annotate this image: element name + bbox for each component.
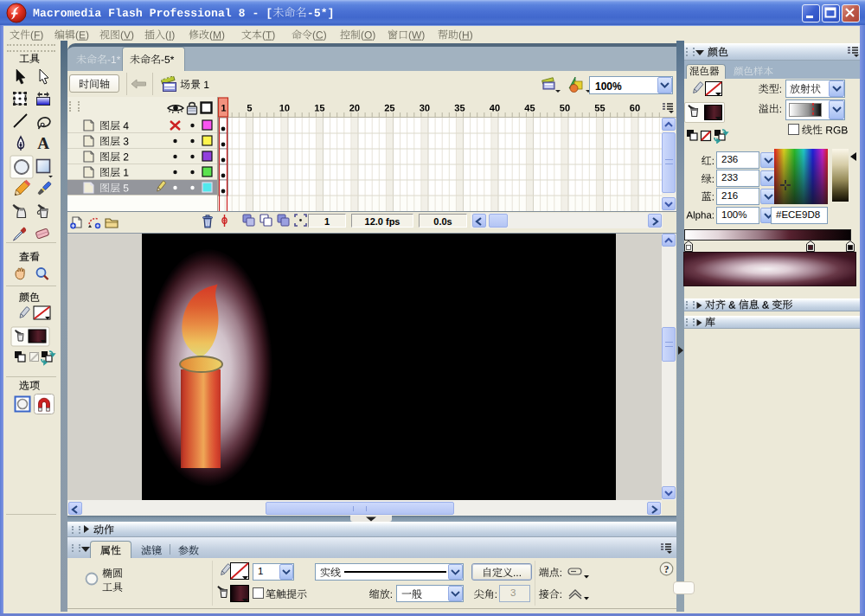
svg-text:?: ? [664,563,670,575]
